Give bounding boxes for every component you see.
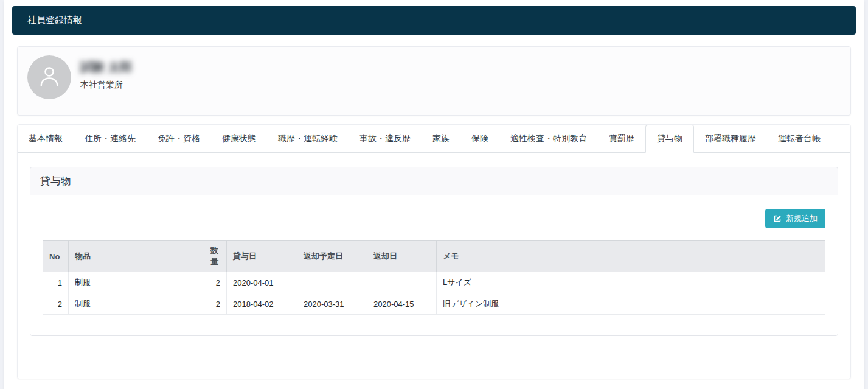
main-container: 社員登録情報 試験 太郎 本社営業所 基本情報 住所・連絡先 免許・資格 健康状… (4, 0, 864, 389)
employee-profile-card: 試験 太郎 本社営業所 (17, 46, 851, 116)
tab-driver-register[interactable]: 運転者台帳 (767, 125, 832, 152)
cell-loan-date: 2018-04-02 (227, 293, 297, 315)
tab-accident-violation[interactable]: 事故・違反歴 (349, 125, 422, 152)
cell-quantity: 2 (204, 272, 227, 293)
loaned-items-table: No 物品 数量 貸与日 返却予定日 返却日 メモ 1 (43, 240, 825, 315)
cell-memo: Lサイズ (437, 272, 825, 293)
cell-memo: 旧デザイン制服 (437, 293, 825, 315)
tab-work-driving-history[interactable]: 職歴・運転経験 (267, 125, 349, 152)
cell-loan-date: 2020-04-01 (227, 272, 297, 293)
avatar (27, 55, 71, 99)
loaned-items-panel: 貸与物 新規追加 (30, 167, 838, 336)
col-memo: メモ (437, 241, 825, 272)
tab-insurance[interactable]: 保険 (460, 125, 499, 152)
add-new-button-label: 新規追加 (786, 213, 818, 224)
employee-office: 本社営業所 (80, 80, 133, 91)
tab-rewards-punishments[interactable]: 賞罰歴 (598, 125, 645, 152)
cell-scheduled-return-date: 2020-03-31 (297, 293, 367, 315)
tab-content: 貸与物 新規追加 (18, 153, 850, 379)
cell-no: 2 (43, 293, 69, 315)
cell-scheduled-return-date (297, 272, 367, 293)
add-new-button[interactable]: 新規追加 (765, 209, 825, 228)
cell-return-date (367, 272, 437, 293)
employee-name: 試験 太郎 (80, 59, 133, 75)
edit-icon (773, 214, 782, 223)
app-header: 社員登録情報 (12, 6, 856, 35)
tab-address-contact[interactable]: 住所・連絡先 (74, 125, 147, 152)
tab-license-qualification[interactable]: 免許・資格 (147, 125, 211, 152)
tab-card: 基本情報 住所・連絡先 免許・資格 健康状態 職歴・運転経験 事故・違反歴 家族… (17, 124, 851, 379)
cell-item: 制服 (69, 293, 204, 315)
toolbar: 新規追加 (43, 209, 825, 228)
person-icon (36, 63, 63, 92)
cell-return-date: 2020-04-15 (367, 293, 437, 315)
table-row: 2 制服 2 2018-04-02 2020-03-31 2020-04-15 … (43, 293, 825, 315)
panel-title: 貸与物 (30, 167, 838, 195)
tab-bar: 基本情報 住所・連絡先 免許・資格 健康状態 職歴・運転経験 事故・違反歴 家族… (18, 125, 850, 153)
table-row: 1 制服 2 2020-04-01 Lサイズ (43, 272, 825, 293)
col-no: No (43, 241, 69, 272)
col-item: 物品 (69, 241, 204, 272)
table-header: No 物品 数量 貸与日 返却予定日 返却日 メモ (43, 241, 825, 272)
col-loan-date: 貸与日 (227, 241, 297, 272)
tab-loaned-items[interactable]: 貸与物 (645, 125, 694, 153)
cell-no: 1 (43, 272, 69, 293)
tab-health-status[interactable]: 健康状態 (211, 125, 267, 152)
tab-basic-info[interactable]: 基本情報 (18, 125, 74, 152)
page-title: 社員登録情報 (27, 15, 82, 26)
cell-quantity: 2 (204, 293, 227, 315)
col-scheduled-return-date: 返却予定日 (297, 241, 367, 272)
cell-item: 制服 (69, 272, 204, 293)
col-quantity: 数量 (204, 241, 227, 272)
tab-department-history[interactable]: 部署職種履歴 (694, 125, 767, 152)
tab-aptitude-special-education[interactable]: 適性検査・特別教育 (499, 125, 598, 152)
col-return-date: 返却日 (367, 241, 437, 272)
tab-family[interactable]: 家族 (422, 125, 460, 152)
panel-body: 新規追加 No 物品 数量 貸与 (30, 195, 838, 335)
profile-text: 試験 太郎 本社営業所 (80, 55, 133, 91)
